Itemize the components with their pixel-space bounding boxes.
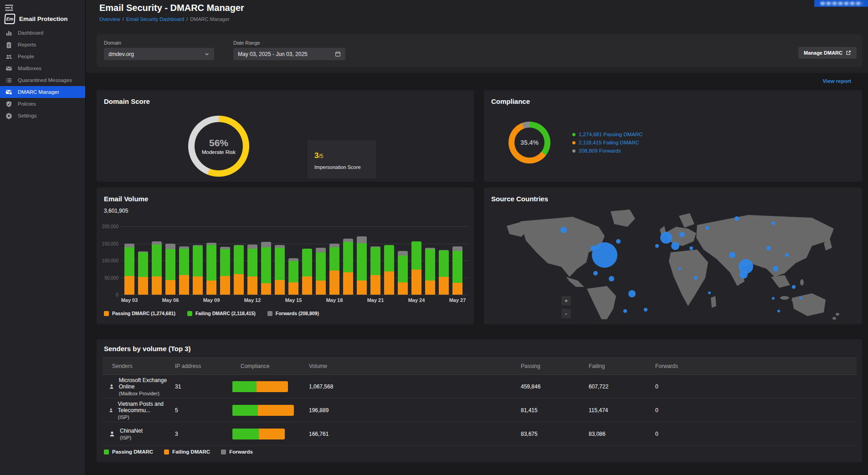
sidebar-item-quarantined-messages[interactable]: Quarantined Messages [0, 74, 85, 86]
domain-label: Domain [104, 40, 121, 46]
email-volume-chart: 200,000150,000100,00050,0000 May 03May 0… [97, 226, 474, 324]
y-axis-tick: 100,000 [97, 258, 118, 263]
person-icon [108, 383, 115, 390]
breadcrumb-overview[interactable]: Overview [99, 16, 120, 22]
sidebar-item-settings[interactable]: Settings [0, 110, 85, 122]
stacked-bar-may-05 [152, 241, 162, 295]
volume-legend-forwards-label: Forwards (208,809) [276, 311, 319, 316]
gridline [121, 295, 469, 295]
sidebar-item-dashboard[interactable]: Dashboard [0, 27, 85, 39]
mailboxes-icon [5, 65, 12, 72]
email-volume-legend: Passing DMARC (1,274,681) Failing DMARC … [104, 311, 319, 316]
compliance-legend-failing[interactable]: 2,118,415 Failing DMARC [572, 138, 643, 147]
map-zoom-in-button[interactable]: + [561, 296, 571, 306]
sender-volume: 1,067,568 [309, 383, 521, 390]
app-logo-row: Em Email Protection [5, 14, 68, 24]
domain-score-percent: 56% [209, 138, 228, 148]
country-volume-bubble [771, 221, 775, 225]
table-legend-forwards-label: Forwards [229, 449, 253, 455]
email-volume-title: Email Volume [104, 195, 148, 203]
stacked-bar-may-26 [439, 250, 449, 295]
sidebar: Em Email Protection Dashboard Reports Pe… [0, 0, 86, 475]
map-australia [792, 293, 826, 316]
map-zoom-out-button[interactable]: - [561, 309, 571, 318]
stacked-bar-may-20 [357, 236, 367, 295]
map-madagascar [711, 296, 716, 308]
app-title: Email Protection [19, 15, 68, 22]
sidebar-item-policies[interactable]: Policies [0, 98, 85, 110]
table-legend-passing-label: Passing DMARC [112, 449, 153, 455]
filter-bar: Domain dmdev.org Date Range May 03, 2025… [97, 34, 862, 67]
breadcrumb-separator: / [123, 16, 124, 22]
compliance-legend-passing[interactable]: 1,274,681 Passing DMARC [572, 130, 643, 138]
dmarc-manager-icon [5, 89, 12, 96]
settings-icon [5, 112, 12, 119]
forwards-square-icon [221, 449, 226, 455]
map-se-asia [771, 275, 790, 288]
compliance-legend-failing-label: 2,118,415 Failing DMARC [579, 140, 639, 145]
breadcrumb-current: DMARC Manager [190, 16, 230, 22]
country-volume-bubble [689, 246, 693, 250]
sender-row[interactable]: Microsoft Exchange Online (Mailbox Provi… [103, 375, 857, 398]
sender-forwards: 0 [655, 407, 857, 414]
volume-legend-passing: Passing DMARC (1,274,681) [104, 311, 175, 316]
domain-select[interactable]: dmdev.org [104, 48, 214, 60]
view-report-link[interactable]: View report [823, 78, 851, 84]
x-axis-tick: May 21 [362, 297, 389, 303]
collapse-menu-icon[interactable] [5, 4, 14, 12]
passing-dot-icon [572, 133, 575, 136]
sender-failing: 607,722 [589, 383, 655, 390]
volume-legend-failing: Failing DMARC (2,118,415) [187, 311, 256, 316]
country-volume-bubble [773, 266, 778, 271]
failing-square-icon [187, 311, 192, 316]
impersonation-score-tile: 3/5 Impersonation Score [308, 140, 376, 179]
country-volume-bubble [785, 253, 789, 257]
sidebar-item-mailboxes[interactable]: Mailboxes [0, 62, 85, 74]
stacked-bar-may-12 [247, 245, 257, 295]
breadcrumb-email-security-dashboard[interactable]: Email Security Dashboard [126, 16, 184, 22]
col-ip-address: IP address [175, 363, 232, 369]
sender-ip: 31 [175, 383, 232, 390]
sidebar-item-people[interactable]: People [0, 51, 85, 62]
senders-table-header: Senders IP address Compliance Volume Pas… [103, 358, 857, 375]
sidebar-item-label: Reports [18, 42, 36, 47]
country-volume-bubble [772, 297, 775, 300]
compliance-legend-forwards[interactable]: 208,809 Forwards [572, 147, 643, 155]
country-volume-bubble [799, 297, 802, 300]
manage-dmarc-button[interactable]: Manage DMARC [798, 47, 857, 59]
policies-icon [5, 101, 12, 107]
col-senders: Senders [112, 363, 175, 369]
compliance-legend-passing-label: 1,274,681 Passing DMARC [579, 132, 643, 137]
sender-row[interactable]: ChinaNet (ISP) 3 166,761 83,675 83,086 0 [103, 422, 857, 446]
y-axis-tick: 0 [97, 292, 118, 297]
sidebar-item-reports[interactable]: Reports [0, 39, 85, 51]
col-forwards: Forwards [655, 363, 857, 369]
stacked-bar-may-08 [193, 245, 203, 295]
sidebar-item-label: People [18, 54, 34, 59]
y-axis-tick: 150,000 [97, 241, 118, 246]
country-volume-bubble [708, 291, 711, 294]
country-volume-bubble [740, 271, 748, 279]
people-icon [5, 53, 12, 60]
country-volume-bubble [628, 290, 636, 297]
sidebar-item-dmarc-manager[interactable]: DMARC Manager [0, 86, 85, 98]
col-passing: Passing [521, 363, 589, 369]
col-volume: Volume [309, 363, 521, 369]
source-countries-title: Source Countries [491, 195, 548, 203]
stacked-bar-may-14 [275, 245, 285, 295]
email-volume-bars [121, 226, 469, 295]
map-greenland [611, 209, 635, 227]
manage-dmarc-label: Manage DMARC [804, 50, 842, 56]
x-axis-tick: May 18 [321, 297, 348, 303]
account-badge[interactable] [814, 0, 868, 7]
sender-row[interactable]: Vietnam Posts and Telecommu... (ISP) 5 1… [103, 398, 857, 422]
stacked-bar-may-18 [329, 244, 339, 295]
date-range-value: May 03, 2025 - Jun 03, 2025 [238, 51, 335, 57]
world-map[interactable] [493, 209, 853, 321]
sender-volume: 166,761 [309, 431, 521, 437]
sender-type: (ISP) [120, 435, 143, 440]
stacked-bar-may-04 [138, 251, 148, 295]
date-range-input[interactable]: May 03, 2025 - Jun 03, 2025 [233, 48, 345, 60]
country-volume-bubble [766, 246, 771, 250]
country-volume-bubble [678, 267, 681, 270]
